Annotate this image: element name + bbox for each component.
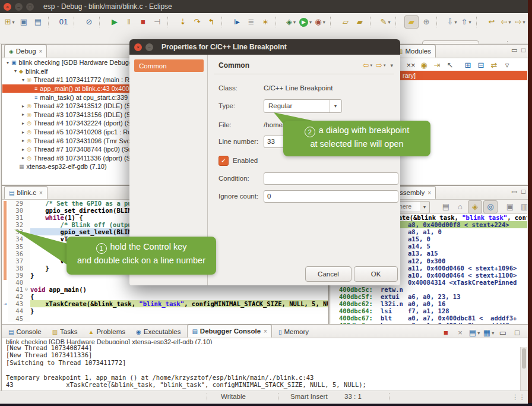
code-text[interactable]: { — [30, 293, 328, 300]
run-icon[interactable]: ▶▾ — [299, 16, 312, 28]
binary-console-icon[interactable]: 01 — [57, 16, 70, 28]
nav-item-common[interactable]: Common — [134, 59, 204, 72]
gray-doc-icon[interactable]: ▤ — [439, 201, 452, 213]
line-number[interactable]: 30 — [8, 207, 25, 214]
dropdown-arrow-icon[interactable]: ▾ — [454, 20, 457, 25]
line-number[interactable]: 41 — [8, 286, 25, 293]
fold-marker-icon[interactable]: ⊖ — [25, 286, 30, 293]
dropdown-arrow-icon[interactable]: ▾ — [477, 331, 480, 336]
display-selected-console-icon[interactable]: ▤▾ — [468, 327, 481, 339]
disassembly-line[interactable]: 400dbc5f:extuia6, a0, 23, 13 — [331, 293, 527, 300]
dropdown-arrow-icon[interactable]: ▾ — [508, 20, 511, 25]
tree-expander-icon[interactable]: ▸ — [20, 121, 26, 126]
tab-memory[interactable]: ▯Memory — [274, 326, 313, 338]
cancel-button[interactable]: Cancel — [305, 266, 352, 282]
tree-expander-icon[interactable]: ▾ — [5, 60, 11, 65]
dialog-titlebar[interactable]: × – Properties for C/C++ Line Breakpoint — [129, 39, 400, 55]
new-wizard-icon[interactable]: ⊞▾ — [3, 16, 16, 28]
line-number[interactable]: 42 — [8, 293, 25, 300]
resume-icon[interactable]: ▶ — [108, 16, 121, 28]
disassembly-line[interactable]: 400dbc67:blta0, a7, 0x400dbc81 <__adddf3… — [331, 314, 527, 322]
forward-dropdown-icon[interactable]: ▾ — [384, 63, 386, 68]
link-with-debug-icon[interactable]: ⇄ — [487, 59, 501, 71]
minimize-console-icon[interactable]: ▭ — [496, 327, 509, 339]
disconnect-icon[interactable]: ⊣ — [151, 16, 164, 28]
tree-expander-icon[interactable]: ▸ — [20, 138, 26, 143]
minimize-view-icon[interactable]: ▭ — [511, 46, 517, 54]
step-return-icon[interactable]: ↰ — [205, 16, 218, 28]
view-menu-icon[interactable]: ▾ — [390, 62, 393, 68]
build-icon[interactable]: ⊕ — [420, 16, 433, 28]
line-number[interactable]: 34 — [8, 235, 25, 243]
close-tab-icon[interactable]: × — [428, 190, 431, 196]
open-file-icon[interactable]: ▱ — [339, 16, 352, 28]
tab-debug[interactable]: ◈ Debug × — [4, 45, 47, 58]
save-icon[interactable]: ▣ — [17, 16, 30, 28]
debug-icon[interactable]: ◈▾ — [284, 16, 297, 28]
back-icon[interactable]: ⇦▾ — [499, 16, 512, 28]
dialog-minimize-icon[interactable]: – — [145, 43, 153, 51]
show-threads-icon[interactable]: ≣ — [245, 16, 258, 28]
line-number[interactable]: 33 — [8, 228, 25, 235]
dropdown-arrow-icon[interactable]: ▾ — [309, 20, 312, 25]
load-all-symbols-icon[interactable]: ⇥ — [430, 59, 444, 71]
line-number[interactable]: 31 — [8, 214, 25, 221]
type-dropdown[interactable]: Regular ▾ — [264, 99, 342, 113]
skip-all-breakpoints-icon[interactable]: ⊘ — [83, 16, 96, 28]
window-titlebar[interactable]: × – □ esp - Debug - blink/main/blink.c -… — [0, 0, 528, 13]
dropdown-arrow-icon[interactable]: ▾ — [468, 20, 471, 25]
tab-problems[interactable]: ▲Problems — [84, 326, 129, 338]
close-tab-icon[interactable]: × — [39, 48, 43, 55]
tree-expander-icon[interactable]: ▸ — [20, 112, 26, 117]
console-scrollbar[interactable] — [520, 347, 527, 391]
ok-button[interactable]: OK — [354, 266, 398, 282]
terminate-icon[interactable]: ■ — [137, 16, 150, 28]
save-all-icon[interactable]: ▤ — [31, 16, 45, 28]
disassembly-line[interactable]: 400dbc62:l32i.na0, a0, 16 — [331, 300, 527, 307]
step-filters-icon[interactable]: ∗ — [259, 16, 272, 28]
maximize-console-icon[interactable]: □ — [511, 327, 524, 339]
dialog-close-icon[interactable]: × — [134, 43, 142, 51]
line-number[interactable]: 37 — [8, 257, 25, 265]
line-number[interactable]: 44 — [8, 307, 25, 314]
line-number[interactable]: 43 — [8, 300, 25, 307]
tree-expander-icon[interactable]: ▸ — [20, 147, 26, 152]
open-new-view-icon[interactable]: ▣ — [504, 201, 517, 213]
view-menu-icon[interactable]: ▿ — [501, 59, 514, 71]
profile-icon[interactable]: ◉▾ — [314, 16, 327, 28]
close-tab-icon[interactable]: × — [264, 328, 267, 335]
show-opcodes-icon[interactable]: ◈ — [468, 200, 482, 213]
dropdown-arrow-icon[interactable]: ▾ — [388, 20, 390, 25]
sync-with-stack-icon[interactable]: ◎ — [483, 200, 498, 213]
suspend-icon[interactable]: ‖ — [122, 16, 135, 28]
minimize-view-icon[interactable]: ▭ — [511, 188, 517, 196]
tree-expander-icon[interactable]: ▸ — [20, 155, 26, 160]
tab-debugger-console[interactable]: ▤Debugger Console× — [187, 325, 272, 338]
line-number[interactable]: 39 — [8, 272, 25, 279]
line-number[interactable]: 45 — [8, 315, 25, 322]
condition-input[interactable] — [264, 172, 398, 185]
line-number[interactable]: 29 — [8, 200, 25, 207]
disassembly-line[interactable]: 400dbc5c:retw.n — [331, 286, 527, 293]
line-number[interactable]: 38 — [8, 265, 25, 272]
tab-blink-c[interactable]: ▤ blink.c × — [4, 186, 48, 199]
line-number[interactable]: 32 — [8, 221, 25, 228]
tree-expander-icon[interactable]: ▸ — [20, 130, 26, 135]
forward-icon[interactable]: ⇨ — [376, 61, 382, 70]
line-number[interactable]: 35 — [8, 243, 25, 250]
maximize-view-icon[interactable]: □ — [521, 188, 525, 196]
dropdown-arrow-icon[interactable]: ▾ — [492, 331, 494, 336]
dropdown-arrow-icon[interactable]: ▾ — [12, 20, 14, 25]
line-number[interactable]: 40 — [8, 279, 25, 286]
remove-launch-icon[interactable]: × — [454, 327, 467, 339]
disassembly-line[interactable]: 400dbc64:lsif7, a1, 128 — [331, 307, 527, 314]
tree-expander-icon[interactable]: ▾ — [20, 77, 26, 83]
window-minimize-icon[interactable]: – — [15, 3, 23, 11]
prev-annotation-icon[interactable]: ⇧▾ — [460, 16, 473, 28]
tab-console[interactable]: ▤Console — [4, 326, 46, 338]
location-dropdown-icon[interactable]: ▾ — [420, 201, 430, 213]
next-annotation-icon[interactable]: ⇩▾ — [445, 16, 458, 28]
last-edit-location-icon[interactable]: ↩ — [485, 16, 498, 28]
statusbar-grip[interactable]: ⋮⋮ — [512, 393, 525, 401]
step-into-icon[interactable]: ⇣ — [176, 16, 189, 28]
